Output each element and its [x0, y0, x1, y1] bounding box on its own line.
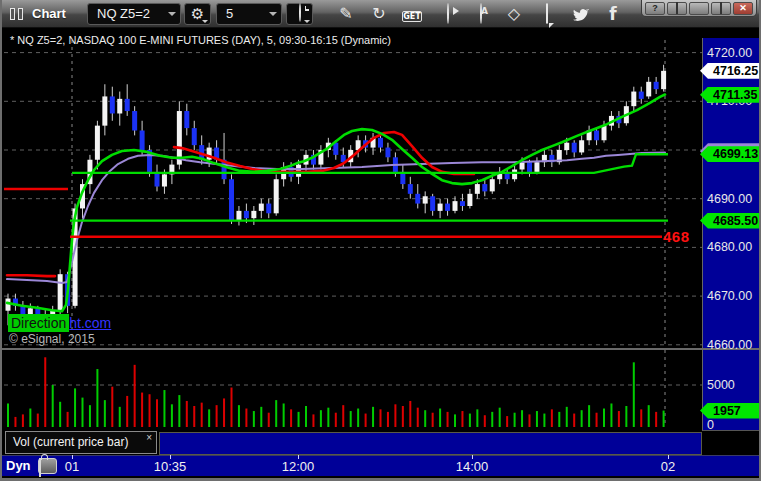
play-icon[interactable]: [435, 4, 461, 23]
volume-tab-label: Vol (current price bar): [13, 435, 128, 449]
chevron-down-icon: [202, 20, 208, 23]
interval-value: 5: [226, 6, 233, 21]
volume-study-tab[interactable]: Vol (current price bar) ×: [5, 431, 157, 454]
pencil-icon[interactable]: ✎: [333, 4, 359, 23]
get-label: GET: [402, 11, 422, 22]
red-level-label: 468: [663, 228, 690, 245]
clock-icon: [299, 3, 301, 22]
symbol-settings-button[interactable]: ⚙: [184, 3, 211, 25]
chart-window: Chart NQ Z5=2 ⚙ 5 ✎ ↻ GET A ◇ f ?: [0, 0, 761, 481]
lock-button[interactable]: [38, 458, 57, 474]
tab-row-filler: [159, 432, 702, 455]
speech-bubble-icon[interactable]: [534, 4, 560, 23]
minimize-button[interactable]: [689, 2, 709, 15]
interval-combo[interactable]: 5: [216, 3, 282, 25]
time-axis[interactable]: [2, 455, 761, 476]
chart-title: * NQ Z5=2, NASDAQ 100 E-MINI FUTURES (DA…: [10, 34, 391, 46]
help-button[interactable]: ?: [645, 2, 665, 15]
symbol-value: NQ Z5=2: [97, 6, 150, 21]
close-icon[interactable]: ×: [146, 432, 152, 444]
get-button[interactable]: GET: [399, 4, 425, 23]
a-circle-icon[interactable]: A: [468, 4, 494, 23]
title-bar[interactable]: Chart NQ Z5=2 ⚙ 5 ✎ ↻ GET A ◇ f ?: [2, 0, 759, 28]
price-axis[interactable]: [702, 38, 761, 349]
volume-axis[interactable]: [702, 350, 761, 431]
dyn-mode-label: Dyn: [6, 458, 31, 473]
chart-canvas[interactable]: [4, 28, 702, 432]
time-settings-button[interactable]: [286, 3, 313, 25]
watermark-url[interactable]: ht.com: [69, 315, 111, 331]
close-button[interactable]: ✕: [733, 2, 753, 15]
refresh-icon[interactable]: ↻: [366, 4, 392, 23]
facebook-icon[interactable]: f: [600, 4, 626, 24]
diamond-arrows-icon[interactable]: ◇: [501, 4, 527, 23]
chevron-down-icon[interactable]: [168, 12, 176, 16]
copyright-text: © eSignal, 2015: [9, 332, 95, 346]
chevron-down-icon: [304, 20, 310, 23]
popout-button[interactable]: [667, 2, 687, 15]
window-buttons-group: ? ✕: [641, 0, 757, 17]
chart-window-icon: [10, 8, 26, 20]
watermark-link[interactable]: Directionht.com: [8, 315, 111, 331]
watermark-highlight: Direction: [8, 314, 69, 332]
maximize-button[interactable]: [711, 2, 731, 15]
chevron-down-icon[interactable]: [269, 12, 277, 16]
window-title: Chart: [32, 6, 66, 21]
symbol-combo[interactable]: NQ Z5=2: [87, 3, 181, 25]
padlock-icon: [39, 458, 41, 477]
twitter-icon[interactable]: [567, 7, 593, 26]
pane-divider[interactable]: [2, 348, 761, 350]
